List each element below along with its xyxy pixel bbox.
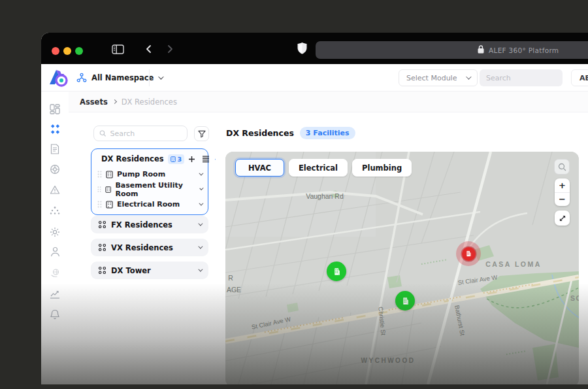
tree-group-fx-residences[interactable]: FX Residences [91, 216, 208, 233]
bell-icon [50, 309, 59, 320]
facility-marker-green[interactable] [327, 262, 346, 281]
breadcrumb-separator-icon [112, 99, 117, 104]
tree-group-dx-residences: DX Residences 3 Pump Room [91, 148, 208, 215]
sidebar-item-assets[interactable] [49, 123, 61, 135]
chevron-down-icon[interactable] [198, 245, 203, 249]
zoom-out-button[interactable]: − [555, 193, 570, 207]
group-dots-icon [98, 266, 106, 275]
shield-privacy-icon[interactable] [297, 42, 307, 58]
scatter-nodes-icon [50, 206, 60, 215]
sidebar-item-network[interactable] [49, 205, 61, 216]
facility-marker-green[interactable] [395, 291, 415, 311]
zoom-window-button[interactable] [75, 47, 83, 55]
minimize-window-button[interactable] [63, 47, 71, 55]
namespace-label: All Namespace [91, 73, 154, 82]
search-icon [99, 129, 106, 137]
map-search-button[interactable] [554, 159, 570, 175]
sidebar-item-settings[interactable] [49, 226, 61, 238]
group-dots-icon [98, 220, 106, 229]
namespace-icon [76, 73, 87, 83]
facilities-badge: 3 Facilities [300, 127, 355, 139]
hand-globe-icon [50, 268, 60, 279]
map-label: WYCHWOOD [361, 357, 416, 364]
building-icon [105, 186, 111, 194]
tree-group-label: DX Residences [101, 154, 164, 163]
building-marker-icon [465, 250, 472, 258]
map-label: R [228, 274, 233, 282]
tree-group-header[interactable]: DX Residences 3 [91, 151, 208, 167]
breadcrumb: Assets DX Residences [69, 92, 588, 112]
chevron-down-icon[interactable] [199, 201, 203, 206]
forward-button[interactable] [165, 44, 174, 56]
browser-chrome: ALEF 360° Platform [41, 33, 588, 64]
facility-marker-red[interactable] [462, 247, 476, 261]
sidebar-item-alerts[interactable] [49, 184, 61, 195]
sidebar-item-notifications[interactable] [49, 309, 61, 320]
tree-child-row[interactable]: Pump Room [91, 167, 208, 182]
sidebar-item-services[interactable] [49, 267, 61, 279]
helm-icon [50, 164, 60, 175]
main-content: DX Residences 3 Facilities [216, 112, 588, 384]
filter-button[interactable] [194, 126, 209, 141]
tree-child-label: Electrical Room [117, 200, 180, 209]
chevron-down-icon[interactable] [199, 171, 203, 176]
tree-child-row[interactable]: Electrical Room [91, 197, 208, 212]
map-canvas[interactable] [225, 152, 579, 384]
module-select[interactable]: Select Module [399, 69, 478, 86]
sidebar-item-operations[interactable] [49, 163, 61, 175]
line-chart-icon [50, 290, 60, 299]
building-icon [106, 171, 113, 178]
address-url-text: ALEF 360° Platform [489, 46, 559, 54]
alert-triangle-icon [50, 185, 60, 195]
building-icon [106, 201, 113, 209]
alef-logo-icon[interactable] [47, 67, 71, 91]
map-fullscreen-button[interactable] [555, 211, 570, 226]
sidebar-item-analytics[interactable] [49, 288, 61, 300]
browser-window: ALEF 360° Platform All Namespace Select … [41, 33, 588, 384]
drag-handle-icon[interactable] [97, 201, 102, 208]
sidebar-item-users[interactable] [49, 246, 61, 258]
group-dots-icon [98, 243, 106, 252]
drag-handle-icon[interactable] [97, 171, 102, 178]
building-icon [171, 156, 176, 162]
title-row: DX Residences 3 Facilities [226, 127, 355, 139]
tree-child-row[interactable]: Basement Utility Room [91, 182, 208, 197]
list-view-icon[interactable] [202, 156, 210, 163]
tree-group-dx-tower[interactable]: DX Tower [91, 262, 208, 279]
expand-icon [559, 214, 566, 222]
panel-search-input[interactable] [110, 129, 182, 138]
sidebar-toggle-icon[interactable] [112, 44, 124, 57]
sidebar-item-reports[interactable] [49, 143, 61, 155]
currency-button[interactable]: AED [571, 69, 588, 86]
chevron-down-icon[interactable] [198, 222, 203, 226]
page-title: DX Residences [226, 128, 294, 138]
tab-plumbing[interactable]: Plumbing [352, 159, 412, 177]
drag-handle-icon[interactable] [97, 186, 101, 193]
add-icon[interactable] [188, 156, 195, 163]
global-search-input[interactable] [480, 69, 563, 86]
app-header: All Namespace Select Module AED [41, 64, 588, 92]
facility-count: 3 [178, 156, 182, 163]
assets-pinwheel-icon [50, 124, 61, 135]
close-window-button[interactable] [52, 47, 59, 55]
sidebar-rail [41, 92, 69, 384]
tree-group-vx-residences[interactable]: VX Residences [91, 239, 208, 256]
tab-electrical[interactable]: Electrical [289, 159, 348, 177]
facility-count-badge: 3 [168, 154, 185, 164]
breadcrumb-root[interactable]: Assets [80, 97, 108, 107]
chevron-down-icon[interactable] [199, 186, 204, 191]
tab-hvac[interactable]: HVAC [235, 159, 284, 177]
map-system-tabs: HVAC Electrical Plumbing [235, 159, 412, 177]
panel-search-box[interactable] [93, 126, 188, 141]
map-label: AGE [227, 286, 241, 294]
back-button[interactable] [144, 44, 154, 56]
breadcrumb-current: DX Residences [122, 97, 177, 107]
zoom-in-button[interactable]: + [555, 178, 570, 193]
map-label: Vaughan Rd [306, 192, 344, 200]
tree-child-label: Pump Room [117, 170, 165, 178]
chevron-down-icon[interactable] [198, 267, 203, 272]
sidebar-item-dashboard[interactable] [49, 103, 61, 115]
tree-child-label: Basement Utility Room [115, 181, 195, 198]
tree-group-label: DX Tower [111, 266, 151, 275]
address-bar[interactable]: ALEF 360° Platform [316, 41, 588, 59]
